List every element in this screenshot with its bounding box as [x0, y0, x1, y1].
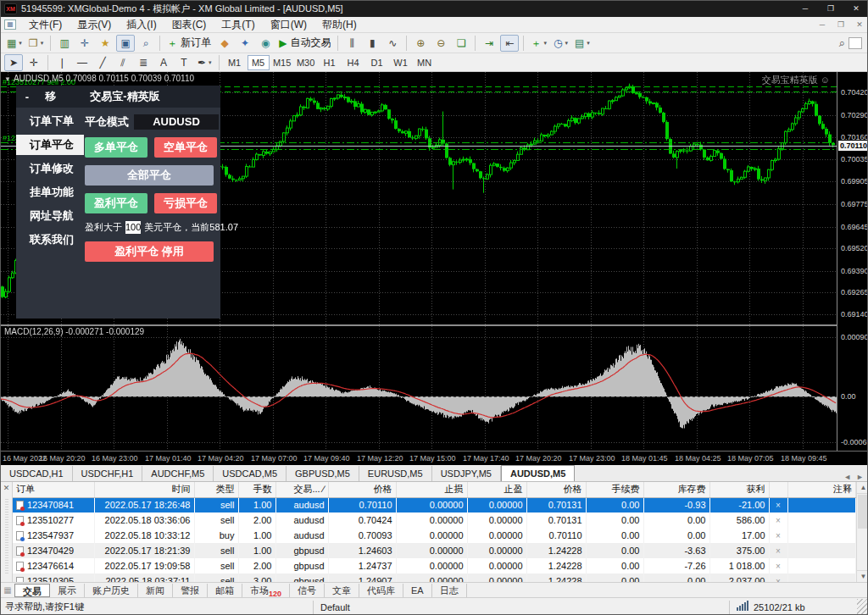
menu-item-help[interactable]: 帮助(H) — [314, 17, 364, 33]
terminal-tab-mailbox[interactable]: 邮箱 — [208, 584, 242, 597]
autotrading-button[interactable]: ▶自动交易 — [276, 35, 333, 52]
terminal-tab-signals[interactable]: 信号 — [290, 584, 325, 597]
column-header[interactable]: 时间 — [94, 482, 194, 497]
close-all-button[interactable]: 全部平仓 — [85, 165, 214, 186]
order-row[interactable]: 1234704292022.05.17 18:21:39sell1.00gbpu… — [13, 543, 856, 558]
chart-tab-usdjpy-m5[interactable]: USDJPY,M5 — [432, 466, 501, 481]
terminal-tab-alerts[interactable]: 警报 — [173, 584, 208, 597]
symbol-dropdown-icon[interactable]: ▼ — [4, 75, 11, 83]
macd-canvas[interactable] — [1, 326, 837, 451]
new-order-button[interactable]: ＋新订单 — [164, 35, 214, 52]
mdi-minimize-button[interactable]: ─ — [813, 17, 832, 32]
timeframe-w1[interactable]: W1 — [390, 55, 412, 70]
mdi-restore-button[interactable]: ❐ — [832, 17, 850, 32]
strategy-tester-button[interactable]: ⌕ — [136, 35, 155, 52]
column-header[interactable]: 止损 — [396, 482, 467, 497]
menu-item-charts[interactable]: 图表(C) — [164, 17, 214, 33]
close-profit-button[interactable]: 盈利平仓 — [85, 193, 147, 213]
menu-item-file[interactable]: 文件(F) — [21, 17, 70, 33]
history-center-button[interactable]: ◆ — [215, 35, 234, 52]
search-icon[interactable]: ⌕ — [839, 38, 845, 48]
tab-scroll-right-icon[interactable]: ► — [856, 473, 864, 481]
menu-item-tools[interactable]: 工具(T) — [214, 17, 262, 33]
indicators-button[interactable]: ＋▾ — [528, 35, 549, 52]
column-header[interactable]: 类型 — [194, 482, 238, 497]
metaeditor-button[interactable]: ✦ — [236, 35, 254, 52]
panel-menu-web-navigation[interactable]: 网址导航 — [16, 206, 84, 226]
text-button[interactable]: A — [154, 54, 173, 71]
terminal-tab-journal[interactable]: 日志 — [432, 584, 467, 597]
chart-tab-gbpusd-m5[interactable]: GBPUSD,M5 — [287, 466, 359, 481]
column-header[interactable]: 获利 — [709, 482, 769, 497]
column-header[interactable] — [769, 482, 787, 497]
panel-menu-order-modify[interactable]: 订单修改 — [16, 158, 84, 179]
profit-threshold-input[interactable]: 100 — [125, 221, 141, 234]
timeframe-m30[interactable]: M30 — [295, 55, 317, 70]
resize-grip[interactable] — [857, 599, 868, 615]
chart-tab-eurusd-m5[interactable]: EURUSD,M5 — [359, 466, 432, 481]
new-chart-button[interactable]: ▦▾ — [4, 35, 25, 52]
horizontal-line-button[interactable]: ― — [73, 54, 92, 71]
terminal-tab-trade[interactable]: 交易 — [14, 584, 50, 597]
arrows-button[interactable]: ✒▾ — [195, 54, 214, 71]
periods-button[interactable]: ◷▾ — [551, 35, 570, 52]
chart-tab-audusd-m5[interactable]: AUDUSD,M5 — [501, 465, 575, 481]
chart-tab-usdchf-h1[interactable]: USDCHF,H1 — [73, 466, 143, 481]
menu-item-view[interactable]: 显示(V) — [70, 17, 119, 33]
panel-menu-contact-us[interactable]: 联系我们 — [16, 230, 84, 250]
trendline-button[interactable]: ╱ — [93, 54, 112, 71]
column-header[interactable]: 交易... ∕ — [275, 482, 328, 497]
column-header[interactable]: 注释 — [787, 482, 856, 497]
text-label-button[interactable]: T — [175, 54, 193, 71]
scroll-up-icon[interactable]: ▲ — [857, 482, 868, 494]
timeframe-h4[interactable]: H4 — [342, 55, 364, 70]
candlestick-chart-button[interactable]: ▮ — [363, 35, 381, 52]
timeframe-mn[interactable]: MN — [414, 55, 436, 70]
order-row[interactable]: 1234766142022.05.17 19:09:58sell2.00gbpu… — [13, 558, 856, 573]
close-order-icon[interactable]: × — [776, 531, 781, 540]
terminal-tab-articles[interactable]: 文章 — [325, 584, 359, 597]
navigator-button[interactable]: ★ — [96, 35, 114, 52]
chart-tab-usdcad-m5[interactable]: USDCAD,M5 — [214, 466, 287, 481]
bar-chart-button[interactable]: ⫼ — [342, 35, 361, 52]
panel-menu-pending-orders[interactable]: 挂单功能 — [16, 182, 84, 202]
status-profile[interactable]: Default — [314, 602, 729, 612]
mdi-close-button[interactable]: ✕ — [850, 17, 868, 32]
column-header[interactable]: 手续费 — [586, 482, 643, 497]
zoom-in-button[interactable]: ⊕ — [411, 35, 430, 52]
templates-button[interactable]: ▤▾ — [572, 35, 593, 52]
time-axis[interactable]: 16 May 202216 May 20:2016 May 23:0017 Ma… — [1, 452, 868, 465]
timeframe-h1[interactable]: H1 — [319, 55, 341, 70]
chart-shift-button[interactable]: ⇤ — [500, 35, 519, 52]
macd-axis[interactable]: 0.0009060.00-0.000694 — [837, 326, 868, 451]
timeframe-m15[interactable]: M15 — [271, 55, 293, 70]
panel-minimize-button[interactable]: - — [16, 91, 38, 103]
options-button[interactable]: ◉ — [256, 35, 275, 52]
terminal-scrollbar[interactable]: ▲ ▼ — [856, 482, 868, 582]
close-mode-value[interactable]: AUDUSD — [134, 114, 219, 130]
search-box[interactable] — [849, 37, 862, 49]
profiles-button[interactable]: ❐▾ — [26, 35, 46, 52]
terminal-tab-news[interactable]: 新闻 — [138, 584, 173, 597]
market-watch-button[interactable]: ▥ — [55, 35, 74, 52]
close-loss-button[interactable]: 亏损平仓 — [154, 193, 217, 213]
panel-menu-order-open[interactable]: 订单下单 — [16, 111, 84, 131]
close-short-button[interactable]: 空单平仓 — [154, 137, 217, 158]
minimize-button[interactable]: ─ — [793, 1, 818, 17]
data-window-button[interactable]: ✛ — [75, 35, 94, 52]
crosshair-button[interactable]: ✛ — [25, 54, 43, 71]
auto-scroll-button[interactable]: ⇥ — [480, 35, 498, 52]
timeframe-d1[interactable]: D1 — [366, 55, 388, 70]
close-order-icon[interactable]: × — [776, 501, 781, 510]
tab-scroll-left-icon[interactable]: ◄ — [843, 473, 851, 481]
panel-move-button[interactable]: 移 — [38, 89, 64, 104]
order-row[interactable]: 1235479372022.05.18 10:33:12buy1.00audus… — [13, 528, 856, 543]
order-row[interactable]: 1234708412022.05.17 18:26:48sell1.00audu… — [13, 497, 856, 512]
menu-item-insert[interactable]: 插入(I) — [119, 17, 164, 33]
close-button[interactable]: ✕ — [843, 1, 868, 17]
terminal-tab-exposure[interactable]: 展示 — [50, 584, 85, 597]
close-order-icon[interactable]: × — [776, 516, 781, 525]
timeframe-m1[interactable]: M1 — [224, 55, 246, 70]
terminal-button[interactable]: ▣ — [116, 35, 135, 52]
close-order-icon[interactable]: × — [776, 546, 781, 556]
